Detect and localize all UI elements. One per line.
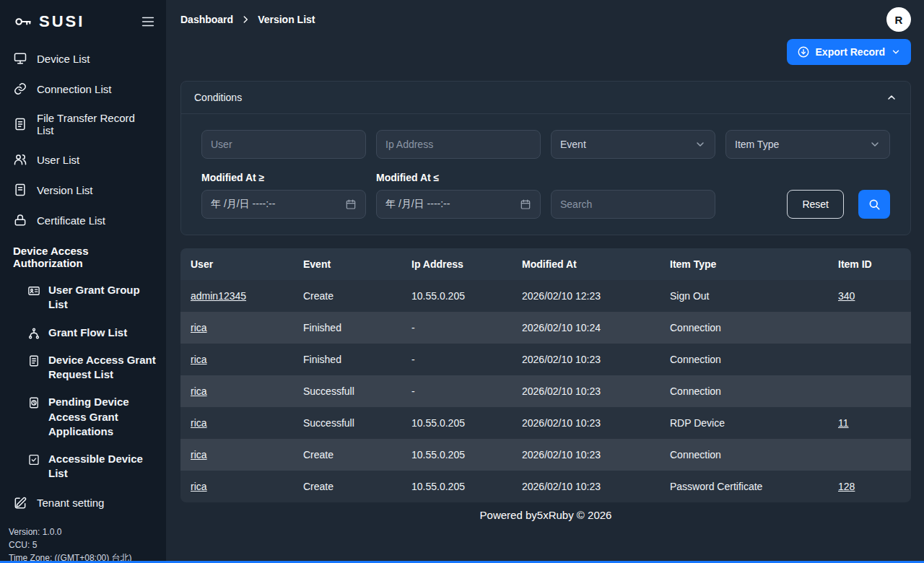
item-type-select-value: Item Type — [735, 139, 779, 150]
sidebar-item-label: Pending Device Access Grant Applications — [48, 395, 157, 439]
sidebar-item-label: File Transfer Record List — [37, 112, 153, 136]
table-row: rica Finished - 2026/02/10 10:23 Connect… — [180, 344, 911, 375]
pending-doc-icon — [27, 395, 40, 409]
chevron-down-icon — [869, 139, 881, 150]
ip-address-input[interactable] — [376, 130, 541, 159]
ip-address-cell: 10.55.0.205 — [401, 439, 512, 471]
modified-at-cell: 2026/02/10 10:23 — [512, 407, 660, 439]
user-link[interactable]: admin12345 — [191, 290, 246, 302]
modified-at-cell: 2026/02/10 10:23 — [512, 344, 660, 375]
conditions-header[interactable]: Conditions — [181, 82, 910, 114]
modified-at-lte-datepicker[interactable]: 年 /月/日 ----:-- — [376, 190, 541, 219]
hamburger-menu-icon[interactable] — [140, 14, 156, 30]
sidebar-item-device-access-grant-request-list[interactable]: Device Access Grant Request List — [0, 346, 166, 389]
modified-at-gte-label: Modified At ≥ — [201, 172, 366, 183]
ccu-count: CCU: 5 — [9, 538, 157, 551]
ip-filter-field — [376, 130, 541, 159]
modified-at-gte-field: Modified At ≥ 年 /月/日 ----:-- — [201, 172, 366, 219]
search-button[interactable] — [858, 190, 890, 219]
sidebar-item-version-list[interactable]: Version List — [0, 175, 166, 205]
edit-icon — [13, 496, 27, 510]
reset-button[interactable]: Reset — [787, 190, 844, 219]
search-icon — [868, 198, 881, 211]
breadcrumb: Dashboard Version List — [180, 14, 315, 25]
lock-icon — [13, 213, 27, 227]
user-input[interactable] — [201, 130, 366, 159]
ip-address-cell: - — [401, 312, 512, 344]
conditions-title: Conditions — [194, 92, 242, 103]
sidebar-item-label: Accessible Device List — [48, 452, 157, 481]
search-input[interactable] — [551, 190, 715, 219]
sidebar-footer: Version: 1.0.0 CCU: 5 Time Zone: ((GMT+0… — [0, 518, 166, 563]
user-link[interactable]: rica — [191, 481, 207, 492]
download-circle-icon — [797, 45, 810, 58]
event-cell: Finished — [293, 312, 401, 344]
ip-address-cell: 10.55.0.205 — [401, 471, 512, 502]
sidebar-item-user-grant-group-list[interactable]: User Grant Group List — [0, 276, 166, 319]
event-select[interactable]: Event — [551, 130, 715, 159]
conditions-panel: Conditions Event Item Type — [180, 81, 911, 235]
modified-at-cell: 2026/02/10 10:23 — [512, 471, 660, 502]
sidebar-item-accessible-device-list[interactable]: Accessible Device List — [0, 445, 166, 488]
search-field — [551, 190, 715, 219]
user-link[interactable]: rica — [191, 417, 207, 429]
sidebar-item-file-transfer-record-list[interactable]: File Transfer Record List — [0, 104, 166, 144]
sidebar-item-tenant-setting[interactable]: Tenant setting — [0, 488, 166, 518]
user-link[interactable]: rica — [191, 322, 207, 333]
ip-address-cell: 10.55.0.205 — [401, 407, 512, 439]
item-type-select[interactable]: Item Type — [725, 130, 890, 159]
date-placeholder: 年 /月/日 ----:-- — [211, 198, 275, 211]
sidebar-item-label: Version List — [37, 184, 93, 196]
ip-address-cell: 10.55.0.205 — [401, 280, 512, 312]
chevron-down-icon — [891, 47, 901, 57]
sidebar-item-label: User Grant Group List — [48, 283, 157, 313]
brand-key-icon — [13, 12, 33, 32]
modified-at-gte-datepicker[interactable]: 年 /月/日 ----:-- — [201, 190, 366, 219]
item-type-cell: Connection — [660, 375, 828, 407]
filter-actions: Reset — [725, 190, 890, 219]
chevron-right-icon — [240, 14, 250, 25]
sidebar: SUSI Device List Connection List File Tr… — [0, 0, 166, 563]
modified-at-lte-field: Modified At ≤ 年 /月/日 ----:-- — [376, 172, 541, 219]
sidebar-item-certificate-list[interactable]: Certificate List — [0, 205, 166, 235]
ip-address-cell: - — [401, 344, 512, 375]
item-type-cell: Password Certificate — [660, 471, 828, 502]
sidebar-item-label: Certificate List — [37, 214, 105, 227]
sidebar-item-pending-device-access-grant-applications[interactable]: Pending Device Access Grant Applications — [0, 388, 166, 445]
sidebar-item-connection-list[interactable]: Connection List — [0, 74, 166, 104]
item-type-cell: Connection — [660, 312, 828, 344]
user-link[interactable]: rica — [191, 385, 207, 397]
sidebar-item-user-list[interactable]: User List — [0, 144, 166, 175]
item-id-link[interactable]: 11 — [838, 417, 849, 429]
user-link[interactable]: rica — [191, 449, 207, 461]
chevron-up-icon[interactable] — [886, 92, 897, 103]
event-cell: Successfull — [293, 407, 401, 439]
chevron-down-icon — [694, 139, 706, 150]
event-cell: Create — [293, 280, 401, 312]
brand-name: SUSI — [39, 12, 84, 31]
item-type-cell: Connection — [660, 344, 828, 375]
table-row: admin12345 Create 10.55.0.205 2026/02/10… — [180, 280, 911, 312]
check-square-icon — [27, 452, 40, 466]
main-content: Dashboard Version List R Export Record C… — [166, 0, 924, 563]
item-id-link[interactable]: 128 — [838, 481, 855, 492]
results-table: User Event Ip Address Modified At Item T… — [180, 248, 911, 502]
users-icon — [13, 152, 27, 167]
event-select-value: Event — [560, 139, 586, 150]
breadcrumb-dashboard[interactable]: Dashboard — [180, 14, 233, 25]
ip-address-cell: - — [401, 375, 512, 407]
calendar-icon — [345, 198, 357, 210]
sidebar-item-device-list[interactable]: Device List — [0, 43, 166, 74]
export-record-button[interactable]: Export Record — [787, 39, 911, 65]
event-cell: Create — [293, 439, 401, 471]
item-id-link[interactable]: 340 — [838, 290, 855, 302]
table-row: rica Successfull 10.55.0.205 2026/02/10 … — [180, 407, 911, 439]
column-header-modified-at: Modified At — [512, 248, 660, 280]
monitor-icon — [13, 51, 27, 66]
sidebar-item-grant-flow-list[interactable]: Grant Flow List — [0, 319, 166, 346]
avatar[interactable]: R — [886, 7, 911, 32]
user-filter-field — [201, 130, 366, 159]
powered-by-footer: Powered by5xRuby © 2026 — [180, 502, 911, 530]
user-link[interactable]: rica — [191, 354, 207, 365]
flow-icon — [27, 326, 40, 340]
